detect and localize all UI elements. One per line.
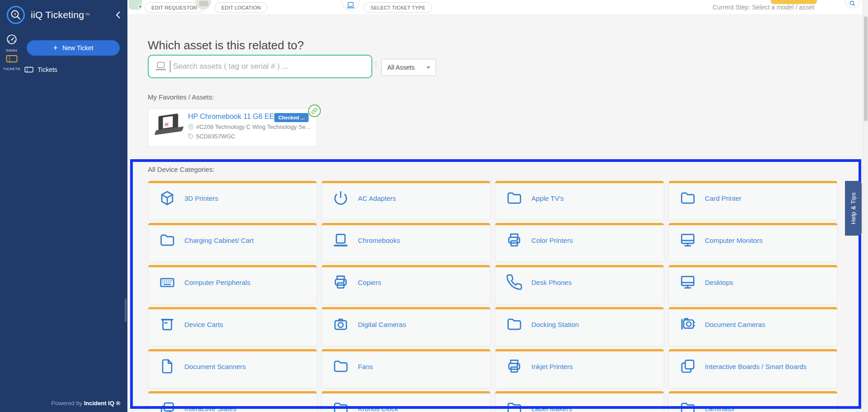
category-label: Document Cameras bbox=[705, 321, 765, 328]
category-card[interactable]: Fans bbox=[321, 349, 491, 388]
select-ticket-type-button[interactable]: SELECT TICKET TYPE bbox=[364, 2, 432, 13]
category-label: Desktops bbox=[705, 279, 733, 286]
sidebar-item-tickets[interactable]: TICKETS bbox=[1, 54, 23, 71]
checked-out-badge: Checked ... bbox=[274, 113, 309, 122]
asset-search-box bbox=[148, 55, 372, 78]
category-card[interactable]: Digital Cameras bbox=[321, 307, 491, 346]
category-label: Desk Phones bbox=[531, 279, 572, 286]
category-card[interactable]: Computer Peripherals bbox=[148, 265, 317, 304]
category-label: AC Adapters bbox=[358, 194, 396, 202]
category-card[interactable]: Interactive Slates bbox=[148, 391, 317, 412]
requestor-avatar[interactable] bbox=[129, 0, 142, 9]
category-card[interactable]: Interactive Boards / Smart Boards bbox=[668, 349, 838, 388]
window-scrollbar[interactable] bbox=[863, 0, 868, 412]
laptop-icon bbox=[332, 231, 350, 249]
asset-name-link[interactable]: HP Chromebook 11 G6 EE bbox=[188, 113, 274, 121]
tag-icon bbox=[188, 133, 194, 139]
brand-row: iiQ TicketingTM bbox=[6, 5, 89, 24]
menu-item-tickets-label: Tickets bbox=[38, 66, 57, 73]
gauge-icon bbox=[6, 39, 18, 47]
doccam-icon bbox=[679, 315, 697, 333]
search-help-button[interactable] bbox=[845, 0, 860, 8]
category-card[interactable]: Card Printer bbox=[668, 181, 838, 220]
phone-icon bbox=[505, 273, 523, 291]
category-card[interactable]: AC Adapters bbox=[321, 181, 491, 220]
cube-icon bbox=[158, 189, 176, 207]
printer-icon bbox=[505, 231, 523, 249]
category-label: Interactive Slates bbox=[184, 405, 236, 412]
category-label: Device Carts bbox=[184, 321, 223, 328]
category-label: Computer Peripherals bbox=[184, 279, 250, 286]
category-card[interactable]: Charging Cabinet/ Cart bbox=[148, 223, 317, 262]
category-card[interactable]: Label Makers bbox=[495, 391, 664, 412]
category-card[interactable]: Copiers bbox=[321, 265, 491, 304]
category-label: Docking Station bbox=[531, 321, 579, 328]
monitor-icon bbox=[679, 231, 697, 249]
category-card[interactable]: Desktops bbox=[668, 265, 838, 304]
asset-filter-value: All Assets bbox=[387, 64, 415, 71]
magnifier-icon bbox=[849, 0, 856, 7]
edit-requestor-button[interactable]: EDIT REQUESTOR bbox=[145, 2, 204, 13]
category-card[interactable]: 3D Printers bbox=[148, 181, 317, 220]
help-tips-tab[interactable]: Help & Tips bbox=[845, 181, 862, 236]
category-label: Chromebooks bbox=[358, 237, 400, 244]
category-card[interactable]: Desk Phones bbox=[495, 265, 664, 304]
asset-search-input[interactable] bbox=[172, 62, 371, 71]
favorite-asset-card[interactable]: HP Chromebook 11 G6 EE #C208 Technology … bbox=[148, 108, 317, 147]
link-icon bbox=[311, 108, 318, 114]
category-card[interactable]: Document Scanners bbox=[148, 349, 317, 388]
sidebar-collapse-button[interactable] bbox=[113, 10, 123, 20]
category-label: Kronos Clock bbox=[358, 405, 398, 412]
sidebar-item-tickets-label: TICKETS bbox=[1, 67, 23, 71]
category-card[interactable]: Color Printers bbox=[495, 223, 664, 262]
category-label: Card Printer bbox=[705, 194, 741, 202]
new-ticket-button[interactable]: + New Ticket bbox=[27, 40, 120, 56]
page-title: Which asset is this related to? bbox=[148, 38, 304, 52]
asset-photo bbox=[151, 112, 187, 142]
category-card[interactable]: Kronos Clock bbox=[321, 391, 491, 412]
category-label: Color Printers bbox=[531, 237, 573, 244]
brand-name: iiQ TicketingTM bbox=[31, 9, 89, 20]
category-card[interactable]: Chromebooks bbox=[321, 223, 491, 262]
sidebar-scrollbar[interactable] bbox=[125, 298, 127, 322]
ticket-type-avatar[interactable] bbox=[342, 0, 360, 11]
menu-item-tickets[interactable]: Tickets bbox=[24, 66, 57, 73]
new-ticket-label: New Ticket bbox=[62, 44, 93, 52]
categories-label: All Device Categories: bbox=[148, 166, 215, 173]
category-card[interactable]: Computer Monitors bbox=[668, 223, 838, 262]
ticket-wizard-topbar: EDIT REQUESTOR EDIT LOCATION SELECT TICK… bbox=[127, 0, 863, 15]
chevron-down-icon bbox=[427, 66, 430, 69]
sidebar-item-dash[interactable]: DASH bbox=[1, 33, 23, 52]
power-icon bbox=[332, 189, 350, 207]
category-label: Apple TV's bbox=[531, 194, 564, 202]
folder-icon bbox=[679, 399, 697, 412]
category-card[interactable]: Docking Station bbox=[495, 307, 664, 346]
folder-icon bbox=[332, 399, 350, 412]
folder-icon bbox=[332, 357, 350, 375]
separator-colon: : bbox=[375, 59, 377, 67]
category-card[interactable]: Document Cameras bbox=[668, 307, 838, 346]
category-card[interactable]: Inkjet Printers bbox=[495, 349, 664, 388]
category-card[interactable]: Device Carts bbox=[148, 307, 317, 346]
category-card[interactable]: Laminator bbox=[668, 391, 838, 412]
map-pin-icon bbox=[188, 124, 194, 130]
asset-location-text: #C208 Technology C Wing Technology Se... bbox=[196, 123, 310, 130]
ticket-icon bbox=[6, 57, 18, 65]
iiq-logo-icon bbox=[6, 5, 25, 24]
folder-icon bbox=[158, 231, 176, 249]
printer-icon bbox=[505, 357, 523, 375]
scrollbar-thumb[interactable] bbox=[864, 16, 868, 121]
linked-asset-button[interactable] bbox=[308, 104, 321, 117]
powered-by: Powered by Incident IQ ® bbox=[51, 400, 120, 407]
monitor-icon bbox=[679, 273, 697, 291]
category-label: Document Scanners bbox=[184, 363, 246, 370]
category-label: Laminator bbox=[705, 405, 735, 412]
asset-filter-select[interactable]: All Assets bbox=[381, 59, 436, 76]
keyboard-icon bbox=[158, 273, 176, 291]
ticket-icon bbox=[24, 66, 33, 73]
plus-icon: + bbox=[53, 44, 58, 52]
category-label: Copiers bbox=[358, 279, 381, 286]
category-card[interactable]: Apple TV's bbox=[495, 181, 664, 220]
cart-icon bbox=[158, 315, 176, 333]
edit-location-button[interactable]: EDIT LOCATION bbox=[215, 2, 267, 13]
